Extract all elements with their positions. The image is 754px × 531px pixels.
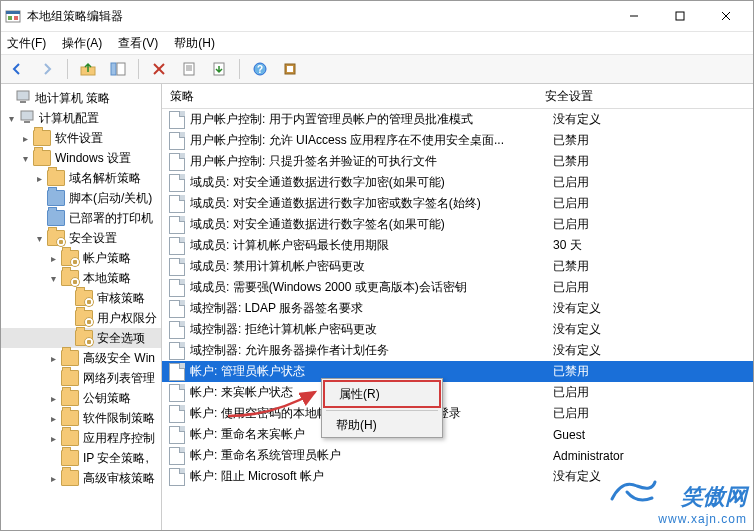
policy-row[interactable]: 用户帐户控制: 允许 UIAccess 应用程序在不使用安全桌面...已禁用 (162, 130, 753, 151)
tree-panel[interactable]: 地计算机 策略 计算机配置 软件设置 Windows 设置 域名解析策略 脚本(… (1, 84, 162, 530)
export-button[interactable] (207, 57, 231, 81)
tree-node-ipsec[interactable]: IP 安全策略, (1, 448, 161, 468)
tree-label: 安全设置 (67, 230, 119, 247)
tree-label: 网络列表管理 (81, 370, 157, 387)
tree-node-software-settings[interactable]: 软件设置 (1, 128, 161, 148)
policy-row[interactable]: 域成员: 计算机帐户密码最长使用期限30 天 (162, 235, 753, 256)
policy-row[interactable]: 域控制器: 允许服务器操作者计划任务没有定义 (162, 340, 753, 361)
policy-setting: 已启用 (545, 174, 753, 191)
tree-node-adv-audit[interactable]: 高级审核策略 (1, 468, 161, 488)
tree-node-deployed-printers[interactable]: 已部署的打印机 (1, 208, 161, 228)
context-menu-help[interactable]: 帮助(H) (322, 413, 442, 437)
app-window: 本地组策略编辑器 文件(F) 操作(A) 查看(V) 帮助(H) ? 地计算机 … (0, 0, 754, 531)
policy-row[interactable]: 帐户: 重命名系统管理员帐户Administrator (162, 445, 753, 466)
folder-icon (47, 210, 65, 226)
policy-list[interactable]: 用户帐户控制: 用于内置管理员帐户的管理员批准模式没有定义用户帐户控制: 允许 … (162, 109, 753, 530)
svg-rect-25 (24, 121, 30, 123)
policy-setting: 已启用 (545, 384, 753, 401)
menu-file[interactable]: 文件(F) (7, 35, 46, 52)
tree-node-account-policies[interactable]: 帐户策略 (1, 248, 161, 268)
maximize-button[interactable] (657, 1, 703, 31)
tree-node-computer-config[interactable]: 计算机配置 (1, 108, 161, 128)
tree-node-name-resolution[interactable]: 域名解析策略 (1, 168, 161, 188)
policy-row[interactable]: 帐户: 来宾帐户状态已启用 (162, 382, 753, 403)
column-headers[interactable]: 策略 安全设置 (162, 84, 753, 109)
policy-setting: 30 天 (545, 237, 753, 254)
policy-row[interactable]: 域控制器: 拒绝计算机帐户密码更改没有定义 (162, 319, 753, 340)
policy-row[interactable]: 帐户: 管理员帐户状态已禁用 (162, 361, 753, 382)
policy-row[interactable]: 域成员: 对安全通道数据进行数字加密(如果可能)已启用 (162, 172, 753, 193)
refresh-button[interactable] (278, 57, 302, 81)
menu-help[interactable]: 帮助(H) (174, 35, 215, 52)
policy-setting: 已启用 (545, 279, 753, 296)
policy-name: 域成员: 需要强(Windows 2000 或更高版本)会话密钥 (190, 279, 545, 296)
title-bar: 本地组策略编辑器 (1, 1, 753, 32)
policy-icon (168, 426, 186, 444)
policy-row[interactable]: 用户帐户控制: 只提升签名并验证的可执行文件已禁用 (162, 151, 753, 172)
menu-view[interactable]: 查看(V) (118, 35, 158, 52)
show-hide-tree-button[interactable] (106, 57, 130, 81)
tree-node-scripts[interactable]: 脚本(启动/关机) (1, 188, 161, 208)
column-setting[interactable]: 安全设置 (537, 88, 753, 105)
tree-label: 帐户策略 (81, 250, 133, 267)
svg-rect-2 (8, 16, 12, 20)
up-button[interactable] (76, 57, 100, 81)
policy-name: 帐户: 重命名系统管理员帐户 (190, 447, 545, 464)
folder-icon (33, 150, 51, 166)
policy-row[interactable]: 帐户: 重命名来宾帐户Guest (162, 424, 753, 445)
policy-row[interactable]: 帐户: 阻止 Microsoft 帐户没有定义 (162, 466, 753, 487)
svg-rect-5 (676, 12, 684, 20)
forward-button[interactable] (35, 57, 59, 81)
tree-label: 软件设置 (53, 130, 105, 147)
tree-label: 公钥策略 (81, 390, 133, 407)
policy-name: 用户帐户控制: 只提升签名并验证的可执行文件 (190, 153, 545, 170)
tree-node-user-rights[interactable]: 用户权限分 (1, 308, 161, 328)
policy-name: 帐户: 阻止 Microsoft 帐户 (190, 468, 545, 485)
tree-node-local-policies[interactable]: 本地策略 (1, 268, 161, 288)
close-button[interactable] (703, 1, 749, 31)
folder-icon (47, 190, 65, 206)
column-policy[interactable]: 策略 (162, 88, 537, 105)
tree-node-audit-policy[interactable]: 审核策略 (1, 288, 161, 308)
minimize-button[interactable] (611, 1, 657, 31)
tree-node-network-list[interactable]: 网络列表管理 (1, 368, 161, 388)
policy-row[interactable]: 域成员: 对安全通道数据进行数字加密或数字签名(始终)已启用 (162, 193, 753, 214)
policy-row[interactable]: 域成员: 对安全通道数据进行数字签名(如果可能)已启用 (162, 214, 753, 235)
policy-setting: 已启用 (545, 216, 753, 233)
context-menu-properties[interactable]: 属性(R) (323, 380, 441, 408)
tree-node-app-control[interactable]: 应用程序控制 (1, 428, 161, 448)
policy-icon (168, 321, 186, 339)
policy-name: 域成员: 禁用计算机帐户密码更改 (190, 258, 545, 275)
properties-button[interactable] (177, 57, 201, 81)
delete-button[interactable] (147, 57, 171, 81)
policy-row[interactable]: 域成员: 需要强(Windows 2000 或更高版本)会话密钥已启用 (162, 277, 753, 298)
policy-setting: 已禁用 (545, 132, 753, 149)
tree-node-security-settings[interactable]: 安全设置 (1, 228, 161, 248)
policy-row[interactable]: 帐户: 使用空密码的本地帐户只允许进行控制台登录已启用 (162, 403, 753, 424)
policy-setting: Guest (545, 428, 753, 442)
menu-action[interactable]: 操作(A) (62, 35, 102, 52)
context-menu-label: 帮助(H) (336, 417, 377, 434)
help-button[interactable]: ? (248, 57, 272, 81)
svg-rect-23 (20, 101, 26, 103)
back-button[interactable] (5, 57, 29, 81)
tree-node-root[interactable]: 地计算机 策略 (1, 88, 161, 108)
folder-icon (61, 390, 79, 406)
tree-node-windows-settings[interactable]: Windows 设置 (1, 148, 161, 168)
folder-icon (61, 410, 79, 426)
folder-icon (61, 350, 79, 366)
folder-lock-icon (75, 330, 93, 346)
policy-row[interactable]: 域控制器: LDAP 服务器签名要求没有定义 (162, 298, 753, 319)
policy-icon (168, 153, 186, 171)
policy-icon (168, 174, 186, 192)
policy-row[interactable]: 域成员: 禁用计算机帐户密码更改已禁用 (162, 256, 753, 277)
policy-name: 域控制器: 允许服务器操作者计划任务 (190, 342, 545, 359)
folder-lock-icon (47, 230, 65, 246)
tree-node-security-options[interactable]: 安全选项 (1, 328, 161, 348)
policy-setting: 已启用 (545, 195, 753, 212)
tree-node-adv-win[interactable]: 高级安全 Win (1, 348, 161, 368)
policy-setting: 已禁用 (545, 153, 753, 170)
tree-node-software-restrict[interactable]: 软件限制策略 (1, 408, 161, 428)
policy-row[interactable]: 用户帐户控制: 用于内置管理员帐户的管理员批准模式没有定义 (162, 109, 753, 130)
tree-node-pubkey[interactable]: 公钥策略 (1, 388, 161, 408)
